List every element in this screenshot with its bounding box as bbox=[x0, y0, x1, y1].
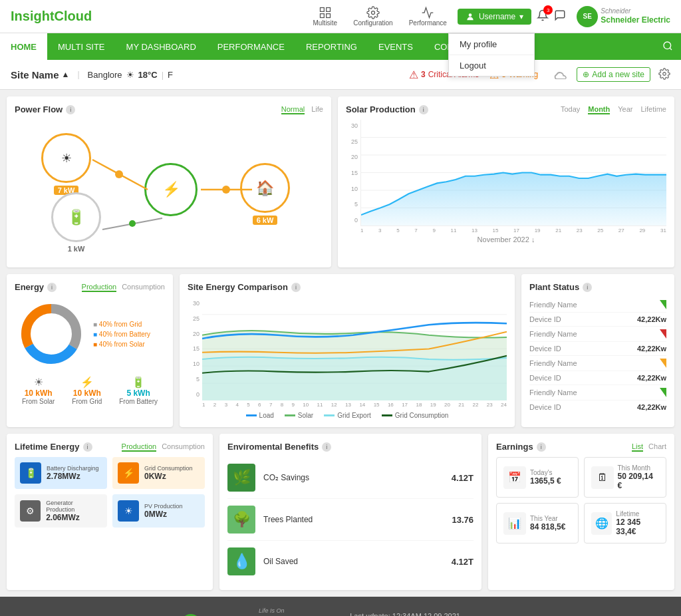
power-flow-panel: Power Flow i Normal Life ☀ 7 kW bbox=[7, 96, 331, 267]
settings-icon-btn[interactable] bbox=[658, 68, 670, 82]
solar-info-icon[interactable]: i bbox=[419, 105, 428, 114]
nav-bar: HOME MULTI SITE MY DASHBOARD PERFORMANCE… bbox=[0, 33, 681, 60]
performance-icon-btn[interactable]: Performance bbox=[409, 6, 447, 27]
env-row-co2: 🌿 CO₂ Savings 4.12T bbox=[227, 457, 474, 499]
tab-year[interactable]: Year bbox=[618, 105, 632, 114]
notification-badge: 3 bbox=[543, 5, 553, 15]
lifetime-info-icon[interactable]: i bbox=[83, 442, 92, 452]
tab-chart[interactable]: Chart bbox=[648, 442, 666, 452]
environmental-panel: Enviromental Benefits i 🌿 CO₂ Savings 4.… bbox=[219, 434, 481, 590]
energy-stat-solar: ☀ 10 kWh From Solar bbox=[22, 376, 55, 405]
solar-header: Solar Production i Today Month Year Life… bbox=[346, 104, 666, 114]
site-energy-info-icon[interactable]: i bbox=[291, 283, 301, 292]
tab-lifetime-cons[interactable]: Consumption bbox=[162, 442, 205, 452]
top-row: Power Flow i Normal Life ☀ 7 kW bbox=[7, 96, 674, 267]
svg-rect-1 bbox=[327, 8, 331, 12]
env-title: Enviromental Benefits bbox=[227, 442, 319, 452]
solar-chart-tabs: Today Month Year Lifetime bbox=[561, 105, 666, 114]
earnings-year: 📊 This Year 84 818,5€ bbox=[496, 503, 579, 543]
chat-btn[interactable] bbox=[554, 9, 566, 23]
site-energy-header: Site Energy Comparison i bbox=[188, 282, 507, 292]
env-info-icon[interactable]: i bbox=[322, 442, 331, 452]
tab-lifetime-prod[interactable]: Production bbox=[122, 442, 157, 452]
solar-y-axis: 302520151050 bbox=[346, 120, 360, 226]
nav-search-btn[interactable] bbox=[654, 41, 681, 53]
energy-stats: ☀ 10 kWh From Solar ⚡ 10 kWh From Grid 🔋… bbox=[15, 376, 165, 405]
solar-x-labels: 135791113151719212325272931 bbox=[360, 228, 666, 233]
logout-item[interactable]: Logout bbox=[449, 55, 534, 76]
site-y-axis: 302520151050 bbox=[188, 297, 202, 400]
add-site-btn[interactable]: ⊕ Add a new site bbox=[577, 67, 650, 82]
tab-lifetime[interactable]: Lifetime bbox=[640, 105, 666, 114]
earnings-today: 📅 Today's 1365,5 € bbox=[496, 457, 579, 498]
svg-point-24 bbox=[35, 317, 68, 351]
earnings-title: Earnings bbox=[496, 442, 533, 452]
power-flow-diagram: ☀ 7 kW ⚡ 🏠 6 kW bbox=[15, 120, 323, 259]
plant-row-1: Friendly Name bbox=[529, 297, 666, 313]
solar-title: Solar Production bbox=[346, 104, 416, 114]
svg-point-8 bbox=[663, 72, 666, 75]
solar-chart-area bbox=[360, 120, 666, 226]
nav-home[interactable]: HOME bbox=[0, 33, 47, 60]
my-profile-item[interactable]: My profile bbox=[449, 34, 534, 55]
tab-list[interactable]: List bbox=[632, 442, 643, 452]
notification-btn[interactable]: 3 bbox=[537, 9, 549, 23]
tab-normal[interactable]: Normal bbox=[281, 105, 305, 114]
solar-production-panel: Solar Production i Today Month Year Life… bbox=[338, 96, 674, 267]
footer: Life Is On SE Schneider Electric Last ud… bbox=[0, 597, 681, 616]
tab-today[interactable]: Today bbox=[561, 105, 580, 114]
power-flow-info-icon[interactable]: i bbox=[66, 105, 75, 114]
power-flow-title: Power Flow bbox=[15, 104, 63, 114]
grid-node: ⚡ bbox=[144, 163, 198, 216]
tab-consumption[interactable]: Consumption bbox=[122, 283, 165, 292]
earnings-month: 🗓 This Month 50 209,14 € bbox=[584, 457, 666, 498]
env-oil-value: 4.12T bbox=[452, 557, 474, 567]
svg-rect-2 bbox=[320, 14, 324, 18]
bottom-row: Lifetime Energy i Production Consumption… bbox=[7, 434, 674, 590]
tab-month[interactable]: Month bbox=[588, 105, 610, 114]
nav-performance[interactable]: PERFORMANCE bbox=[207, 33, 295, 60]
plant-row-4: Device ID 42,22Kw bbox=[529, 342, 666, 356]
nav-multisite[interactable]: MULTI SITE bbox=[47, 33, 116, 60]
energy-tabs: Production Consumption bbox=[82, 283, 165, 292]
configuration-icon-btn[interactable]: Configuration bbox=[353, 6, 392, 27]
plant-status-panel: Plant Status i Friendly Name Device ID 4… bbox=[521, 274, 674, 427]
user-menu[interactable]: Username ▾ bbox=[458, 9, 531, 25]
plant-status-title: Plant Status bbox=[529, 282, 579, 292]
lifetime-tabs: Production Consumption bbox=[122, 442, 205, 452]
env-oil-label: Oil Saved bbox=[263, 557, 444, 566]
plant-row-5: Friendly Name bbox=[529, 356, 666, 371]
tab-production[interactable]: Production bbox=[82, 283, 117, 292]
svg-rect-0 bbox=[320, 8, 324, 12]
energy-stat-battery: 🔋 5 kWh From Battery bbox=[119, 376, 158, 405]
earnings-panel: Earnings i List Chart 📅 Today's 1365,5 €… bbox=[488, 434, 674, 590]
user-dropdown: My profile Logout bbox=[448, 33, 535, 77]
plant-row-7: Friendly Name bbox=[529, 385, 666, 400]
plant-row-3: Friendly Name bbox=[529, 327, 666, 342]
plant-info-icon[interactable]: i bbox=[583, 283, 592, 292]
svg-line-9 bbox=[92, 160, 148, 190]
username-label: Username bbox=[479, 12, 515, 21]
mid-row: Energy i Production Consumption ■ 40% fr bbox=[7, 274, 674, 427]
svg-line-13 bbox=[102, 218, 162, 230]
svg-line-7 bbox=[670, 48, 672, 50]
env-row-trees: 🌳 Trees Planted 13.76 bbox=[227, 499, 474, 541]
plant-row-6: Device ID 42,22Kw bbox=[529, 371, 666, 385]
earnings-info-icon[interactable]: i bbox=[537, 442, 546, 452]
lifetime-card-battery: 🔋 Battery Discharging 2.78MWz bbox=[15, 457, 107, 489]
multisite-icon-btn[interactable]: Multisite bbox=[313, 6, 338, 27]
tab-life[interactable]: Life bbox=[311, 105, 323, 114]
solar-x-axis-label: November 2022 ↓ bbox=[346, 235, 666, 243]
nav-mydashboard[interactable]: MY DASHBOARD bbox=[116, 33, 207, 60]
nav-reporting[interactable]: REPORTING bbox=[295, 33, 368, 60]
site-energy-title: Site Energy Comparison bbox=[188, 282, 288, 292]
lifetime-panel: Lifetime Energy i Production Consumption… bbox=[7, 434, 213, 590]
plant-row-2: Device ID 42,22Kw bbox=[529, 313, 666, 327]
solar-chart: 302520151050 bbox=[346, 120, 666, 226]
power-flow-tabs: Normal Life bbox=[281, 105, 323, 114]
energy-info-icon[interactable]: i bbox=[47, 283, 57, 292]
svg-point-10 bbox=[115, 170, 123, 178]
lifetime-card-pv: ☀ PV Production 0MWz bbox=[112, 494, 205, 528]
svg-rect-3 bbox=[327, 14, 331, 18]
nav-events[interactable]: EVENTS bbox=[368, 33, 424, 60]
